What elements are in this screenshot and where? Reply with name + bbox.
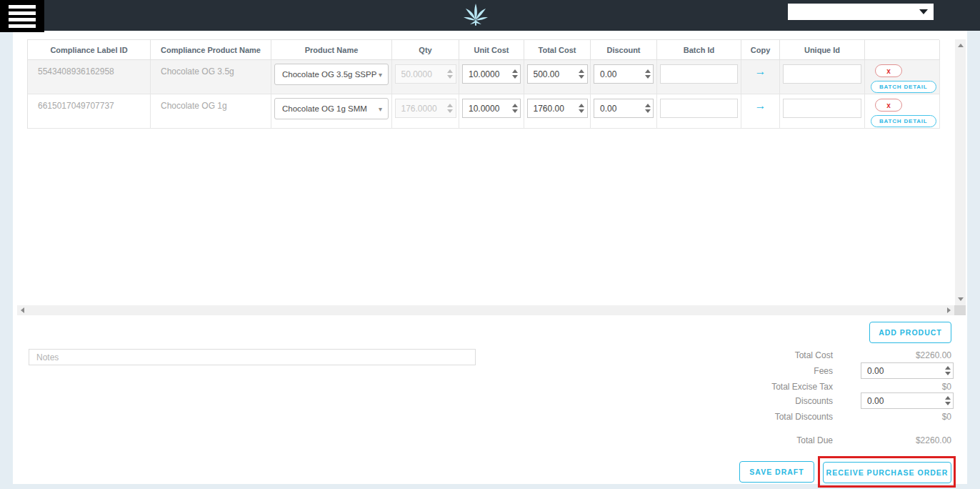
product-name-select-value: Chocolate OG 1g SMM xyxy=(282,104,367,113)
total-due-label: Total Due xyxy=(647,435,833,445)
table-row: 5543408936162958 Chocolate OG 3.5g Choco… xyxy=(28,60,939,94)
qty-spinner xyxy=(445,65,456,83)
total-discounts-label: Total Discounts xyxy=(647,412,833,422)
col-header-compliance-product-name: Compliance Product Name xyxy=(151,40,271,60)
total-discounts-value: $0 xyxy=(809,412,951,422)
col-header-actions xyxy=(865,40,940,60)
discounts-spinner[interactable] xyxy=(942,393,953,408)
total-cost-stepper xyxy=(527,99,588,118)
batch-id-input[interactable] xyxy=(660,64,738,84)
vertical-scrollbar[interactable] xyxy=(955,39,966,305)
top-navigation-bar xyxy=(0,0,980,31)
cell-compliance-product-name: Chocolate OG 3.5g xyxy=(151,60,271,94)
purchase-order-page: Compliance Label ID Compliance Product N… xyxy=(0,0,980,489)
unique-id-input[interactable] xyxy=(783,99,861,118)
x-icon: x xyxy=(886,102,891,109)
col-header-discount: Discount xyxy=(591,40,657,60)
discount-stepper xyxy=(594,99,654,118)
discount-spinner[interactable] xyxy=(642,65,653,83)
product-name-select-value: Chocolate OG 3.5g SSPP xyxy=(282,70,376,79)
product-name-select[interactable]: Chocolate OG 3.5g SSPP ▾ xyxy=(274,64,389,85)
discounts-label: Discounts xyxy=(647,396,833,406)
discounts-stepper xyxy=(861,392,954,409)
total-cost-stepper xyxy=(527,64,588,84)
col-header-qty: Qty xyxy=(392,40,459,60)
col-header-product-name: Product Name xyxy=(271,40,392,60)
receive-purchase-order-button[interactable]: RECEIVE PURCHASE ORDER xyxy=(823,462,951,483)
cell-compliance-product-name: Chocolate OG 1g xyxy=(151,94,271,129)
select-arrow-icon: ▾ xyxy=(379,105,382,113)
total-cost-spinner[interactable] xyxy=(576,99,587,117)
copy-arrow-icon[interactable]: → xyxy=(755,100,766,112)
unit-cost-spinner[interactable] xyxy=(509,99,520,117)
fees-spinner[interactable] xyxy=(942,363,953,378)
discount-input[interactable] xyxy=(594,99,642,117)
unit-cost-stepper xyxy=(462,99,521,118)
batch-detail-button[interactable]: BATCH DETAIL xyxy=(871,81,936,93)
qty-stepper xyxy=(395,99,456,118)
unit-cost-spinner[interactable] xyxy=(509,65,520,83)
fees-stepper xyxy=(861,362,954,379)
scroll-left-icon[interactable] xyxy=(21,307,24,313)
table-row: 6615017049707737 Chocolate OG 1g Chocola… xyxy=(28,94,939,129)
qty-input xyxy=(396,99,445,117)
cell-compliance-label-id: 5543408936162958 xyxy=(28,60,151,94)
col-header-batch-id: Batch Id xyxy=(657,40,741,60)
cell-compliance-label-id: 6615017049707737 xyxy=(28,94,151,129)
purchase-order-table: Compliance Label ID Compliance Product N… xyxy=(27,39,939,129)
unit-cost-stepper xyxy=(462,64,521,84)
batch-detail-button[interactable]: BATCH DETAIL xyxy=(871,115,936,127)
qty-spinner xyxy=(445,99,456,117)
discount-input[interactable] xyxy=(594,65,642,83)
total-cost-label: Total Cost xyxy=(647,350,833,360)
discount-stepper xyxy=(594,64,654,84)
unit-cost-input[interactable] xyxy=(463,65,509,83)
total-cost-spinner[interactable] xyxy=(576,65,587,83)
select-arrow-icon: ▾ xyxy=(379,71,382,79)
chevron-down-icon xyxy=(919,9,928,14)
delete-row-button[interactable]: x xyxy=(875,64,902,77)
cannabis-leaf-logo-icon xyxy=(461,1,490,30)
col-header-unit-cost: Unit Cost xyxy=(459,40,524,60)
scroll-right-icon[interactable] xyxy=(947,307,951,313)
table-header-row: Compliance Label ID Compliance Product N… xyxy=(28,40,939,60)
delete-row-button[interactable]: x xyxy=(875,99,902,112)
scrollbar-corner xyxy=(954,305,966,315)
discounts-input[interactable] xyxy=(861,393,942,408)
copy-arrow-icon[interactable]: → xyxy=(755,66,766,77)
col-header-copy: Copy xyxy=(741,40,780,60)
col-header-total-cost: Total Cost xyxy=(524,40,591,60)
discount-spinner[interactable] xyxy=(642,99,653,117)
horizontal-scrollbar[interactable] xyxy=(17,305,954,315)
total-cost-input[interactable] xyxy=(528,99,576,117)
hamburger-menu-button[interactable] xyxy=(0,0,44,32)
batch-id-input[interactable] xyxy=(660,99,738,118)
content-card: Compliance Label ID Compliance Product N… xyxy=(13,31,967,484)
location-select[interactable] xyxy=(788,4,934,20)
total-cost-input[interactable] xyxy=(528,65,576,83)
total-excise-tax-label: Total Excise Tax xyxy=(647,382,833,392)
col-header-compliance-label-id: Compliance Label ID xyxy=(28,40,151,60)
total-excise-tax-value: $0 xyxy=(809,382,951,392)
unit-cost-input[interactable] xyxy=(463,99,509,117)
fees-label: Fees xyxy=(647,366,833,376)
x-icon: x xyxy=(886,67,891,75)
fees-input[interactable] xyxy=(861,363,942,378)
product-name-select[interactable]: Chocolate OG 1g SMM ▾ xyxy=(274,98,389,119)
total-due-value: $2260.00 xyxy=(809,435,951,445)
notes-input[interactable] xyxy=(29,349,476,365)
qty-stepper xyxy=(395,64,456,84)
add-product-button[interactable]: ADD PRODUCT xyxy=(869,322,951,343)
scroll-down-icon[interactable] xyxy=(958,297,964,301)
unique-id-input[interactable] xyxy=(783,64,861,84)
scroll-up-icon[interactable] xyxy=(958,44,964,47)
col-header-unique-id: Unique Id xyxy=(780,40,865,60)
total-cost-value: $2260.00 xyxy=(809,350,951,360)
qty-input xyxy=(396,65,445,83)
save-draft-button[interactable]: SAVE DRAFT xyxy=(739,461,814,483)
